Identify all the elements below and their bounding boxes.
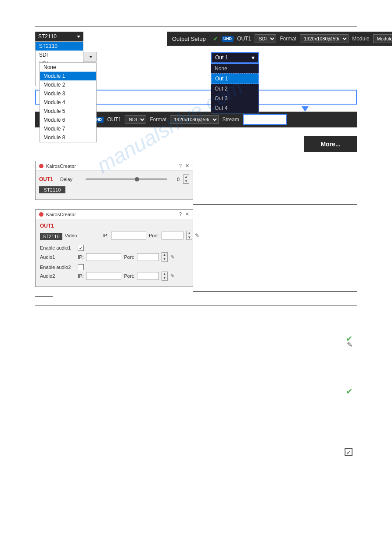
bottom-note-line	[35, 296, 53, 297]
right-annotation-3: ✓	[345, 448, 352, 456]
kd2-audio2-row: Audio2 IP: 0.0.0.0 Port: 0 ▲ ▼ ✎	[40, 272, 188, 281]
kd2-st2110-row: ST2110 Video IP: 238.0.50.1 Port: 20000 …	[40, 231, 188, 242]
kd2-video-section: Video IP: 238.0.50.1 Port: 20000 ▲ ▼ ✎	[65, 231, 200, 242]
section-output-setup: ST2110 ST2110 SDI NDI Stream NONE Output…	[35, 32, 357, 63]
kd2-enable-audio1-checkbox[interactable]: ✓	[78, 245, 84, 251]
kd2-enable-audio2-checkbox[interactable]	[78, 264, 84, 270]
uhd-badge: UHD	[222, 36, 234, 42]
note-line-1	[35, 204, 357, 205]
note-divider-1	[193, 204, 357, 205]
module-chevron-icon	[89, 56, 93, 58]
kairos-question-btn-2[interactable]: ?	[179, 211, 182, 217]
kairos-titlebar-2: KairosCreator ? ✕	[36, 210, 193, 219]
arrow-down-icon	[302, 106, 309, 112]
kd2-audio2-ip-label: IP:	[78, 273, 83, 279]
module-opt-1[interactable]: Module 1	[40, 72, 96, 80]
module-opt-7[interactable]: Module 7	[40, 124, 96, 133]
ndi-stream-label: Stream	[222, 116, 239, 123]
type-select[interactable]: SDI	[255, 34, 276, 43]
out-opt-4[interactable]: Out 4	[211, 103, 259, 113]
ndi-type-select[interactable]: NDI	[125, 115, 146, 124]
kd2-audio1-port-label: Port:	[124, 254, 134, 260]
kairos-close-btn-1[interactable]: ✕	[185, 163, 189, 169]
video-port-up-icon[interactable]: ▲	[187, 231, 192, 236]
audio1-port-up-icon[interactable]: ▲	[162, 253, 167, 257]
delay-stepper[interactable]: ▲ ▼	[183, 174, 189, 184]
dropdown-row: ST2110 ST2110 SDI NDI Stream NONE Output…	[35, 32, 357, 46]
kd2-video-ip[interactable]: 238.0.50.1	[111, 232, 146, 239]
ndi-format-select[interactable]: 1920x1080@59i	[170, 115, 219, 124]
kd2-st2110-tag: ST2110	[40, 233, 62, 240]
kd2-audio2-ip[interactable]: 0.0.0.0	[86, 272, 121, 280]
right-pencil-icon: ✎	[347, 341, 352, 348]
kd2-audio1-ip[interactable]: 238.1.50.1	[86, 253, 121, 261]
out-opt-1[interactable]: Out 1	[211, 73, 259, 84]
module-opt-4[interactable]: Module 4	[40, 98, 96, 107]
output-setup-bar: Output Setup ✔ UHD OUT1 SDI Format 1920x…	[167, 32, 392, 46]
kairos-titlebar-left-2: KairosCreator	[39, 212, 76, 217]
module-opt-3[interactable]: Module 3	[40, 89, 96, 98]
format-label: Format	[280, 36, 296, 42]
kd2-video-pencil-icon[interactable]: ✎	[195, 232, 199, 239]
module-label: Module	[352, 36, 369, 42]
note-divider-2	[193, 291, 357, 292]
kd2-enable-audio1-label: Enable audio1	[40, 245, 75, 250]
out-opt-none[interactable]: None	[211, 64, 259, 73]
kairos-dot-icon-2	[39, 212, 43, 217]
output-setup-title: Output Setup	[172, 36, 206, 42]
kd2-audio1-pencil-icon[interactable]: ✎	[170, 254, 175, 260]
video-port-down-icon[interactable]: ▼	[187, 236, 192, 240]
delay-down-icon[interactable]: ▼	[183, 179, 189, 184]
audio2-port-down-icon[interactable]: ▼	[162, 276, 167, 280]
module-select[interactable]: Module 1	[373, 34, 392, 43]
module-opt-6[interactable]: Module 6	[40, 116, 96, 124]
delay-up-icon[interactable]: ▲	[183, 175, 189, 179]
st2110-option-sdi[interactable]: SDI	[36, 51, 83, 59]
st2110-dropdown-wrapper: ST2110 ST2110 SDI NDI Stream NONE	[35, 32, 83, 41]
out-chevron-icon: ▾	[252, 54, 255, 61]
kd2-audio2-port-label: Port:	[124, 273, 134, 279]
kd2-audio1-ip-label: IP:	[78, 254, 83, 260]
out-opt-3[interactable]: Out 3	[211, 94, 259, 103]
kd2-audio2-port-stepper[interactable]: ▲ ▼	[162, 272, 168, 281]
kd2-audio1-port[interactable]: 20001	[137, 253, 159, 261]
kd2-audio2-port[interactable]: 0	[137, 272, 159, 280]
right-checkbox: ✓	[345, 448, 352, 456]
audio2-port-up-icon[interactable]: ▲	[162, 272, 167, 276]
module-out-row: None None Module 1 Module 2 Module 3 Mod…	[40, 52, 357, 63]
kairos-close-btn-2[interactable]: ✕	[185, 211, 189, 217]
top-divider	[35, 26, 357, 27]
kd2-audio1-port-stepper[interactable]: ▲ ▼	[162, 252, 168, 261]
module-opt-5[interactable]: Module 5	[40, 107, 96, 116]
kd2-enable-audio2-label: Enable audio2	[40, 265, 75, 270]
kairos-st2110-tag: ST2110	[39, 186, 65, 193]
stream-input[interactable]	[243, 114, 287, 125]
module-opt-8[interactable]: Module 8	[40, 133, 96, 142]
kd2-audio1-label: Audio1	[40, 254, 75, 260]
kairos-question-btn-1[interactable]: ?	[179, 163, 182, 169]
kairos-dialog-1: KairosCreator ? ✕ OUT1 Delay 0 ▲ ▼	[35, 161, 193, 200]
kd2-video-port[interactable]: 20000	[162, 232, 183, 239]
st2110-main-select[interactable]: ST2110	[35, 32, 83, 41]
delay-slider[interactable]	[86, 178, 167, 180]
out-list: None Out 1 Out 2 Out 3 Out 4	[211, 63, 259, 113]
ndi-format-label: Format	[150, 116, 166, 123]
st2110-option-st2110[interactable]: ST2110	[36, 42, 83, 51]
kd2-audio2-pencil-icon[interactable]: ✎	[170, 273, 175, 279]
audio1-port-down-icon[interactable]: ▼	[162, 257, 167, 261]
note-line-2	[35, 291, 357, 292]
format-select[interactable]: 1920x1080@59i	[300, 34, 349, 43]
kairos-title-2: KairosCreator	[46, 212, 76, 217]
green-check-icon: ✔	[213, 35, 218, 42]
module-opt-2[interactable]: Module 2	[40, 80, 96, 89]
module-opt-none[interactable]: None	[40, 63, 96, 72]
output-setup-section: Output Setup ✔ UHD OUT1 SDI Format 1920x…	[127, 32, 392, 46]
more-button[interactable]: More...	[304, 136, 357, 152]
kd2-video-port-stepper[interactable]: ▲ ▼	[186, 231, 192, 240]
out-select-btn[interactable]: Out 1 ▾	[211, 52, 259, 63]
right-pencil-annotation: ✎	[347, 341, 352, 349]
kd2-video-row: Video IP: 238.0.50.1 Port: 20000 ▲ ▼ ✎	[65, 231, 200, 240]
out-opt-2[interactable]: Out 2	[211, 84, 259, 94]
kairos-titlebar-left-1: KairosCreator	[39, 163, 76, 169]
module-list: None Module 1 Module 2 Module 3 Module 4…	[40, 62, 97, 142]
